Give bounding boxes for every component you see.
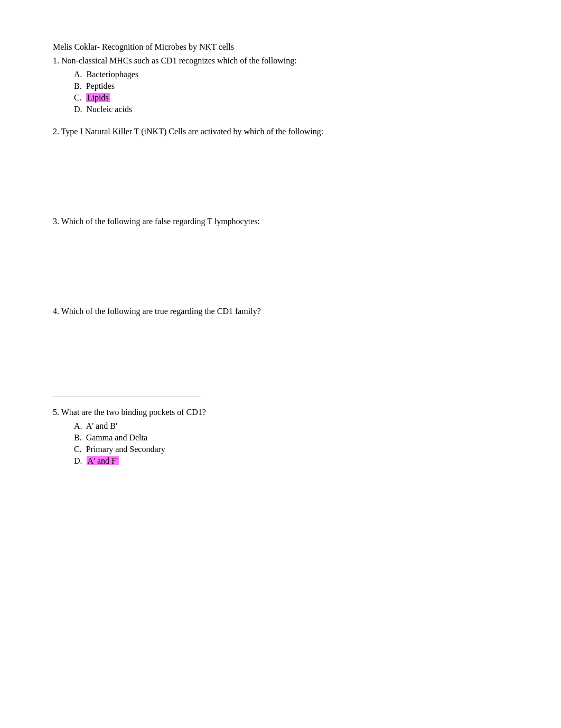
list-item: A. A' and B' [74, 421, 507, 431]
document: Melis Coklar- Recognition of Microbes by… [53, 42, 507, 466]
question-2-text: 2. Type I Natural Killer T (iNKT) Cells … [53, 127, 507, 136]
answer-text: Bacteriophages [87, 70, 139, 79]
list-item: A. Bacteriophages [74, 70, 507, 79]
answer-text: Primary and Secondary [86, 445, 165, 454]
list-item: B. Peptides [74, 81, 507, 91]
list-item: C. Lipids [74, 93, 507, 103]
question-2: 2. Type I Natural Killer T (iNKT) Cells … [53, 127, 507, 204]
question-1: 1. Non-classical MHCs such as CD1 recogn… [53, 56, 507, 114]
question-5: 5. What are the two binding pockets of C… [53, 408, 507, 466]
question-4-text: 4. Which of the following are true regar… [53, 307, 507, 316]
answer-text: Nucleic acids [87, 105, 133, 114]
answer-text-highlighted: A' and F' [87, 456, 119, 465]
list-item: D. A' and F' [74, 456, 507, 466]
answer-letter: A. [74, 421, 86, 430]
question-3-text: 3. Which of the following are false rega… [53, 217, 507, 226]
question-3: 3. Which of the following are false rega… [53, 217, 507, 294]
section-divider [53, 397, 201, 397]
answer-letter: B. [74, 81, 86, 90]
question-4: 4. Which of the following are true regar… [53, 307, 507, 384]
answer-letter: D. [74, 456, 87, 465]
document-title: Melis Coklar- Recognition of Microbes by… [53, 42, 234, 51]
list-item: D. Nucleic acids [74, 105, 507, 114]
document-header: Melis Coklar- Recognition of Microbes by… [53, 42, 507, 52]
question-2-space [53, 141, 507, 204]
list-item: C. Primary and Secondary [74, 445, 507, 454]
answer-letter: B. [74, 433, 86, 442]
answer-text-highlighted: Lipids [86, 93, 110, 102]
list-item: B. Gamma and Delta [74, 433, 507, 443]
answer-text: Gamma and Delta [86, 433, 147, 442]
question-1-text: 1. Non-classical MHCs such as CD1 recogn… [53, 56, 507, 66]
answer-letter: C. [74, 445, 86, 454]
question-5-answers: A. A' and B' B. Gamma and Delta C. Prima… [53, 421, 507, 466]
answer-letter: C. [74, 93, 86, 102]
answer-text: Peptides [86, 81, 115, 90]
answer-letter: D. [74, 105, 87, 114]
question-4-space [53, 320, 507, 384]
question-1-answers: A. Bacteriophages B. Peptides C. Lipids … [53, 70, 507, 114]
answer-letter: A. [74, 70, 87, 79]
question-5-text: 5. What are the two binding pockets of C… [53, 408, 507, 417]
question-3-space [53, 231, 507, 294]
answer-text: A' and B' [86, 421, 117, 430]
